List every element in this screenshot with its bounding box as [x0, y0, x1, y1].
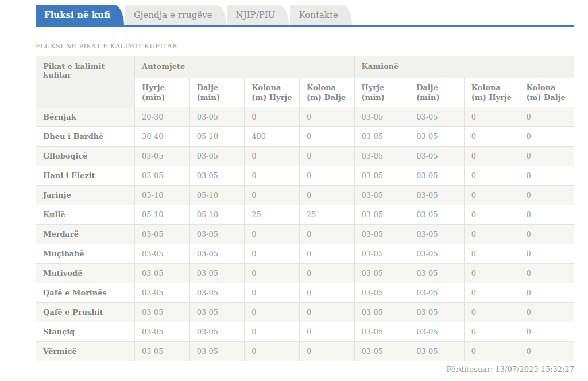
sub-header-auto-kolona-dalje: Kolona (m) Dalje [299, 78, 354, 107]
cell-auto-kolona-dalje: 0 [299, 303, 354, 322]
tab-kontakte[interactable]: Kontakte [290, 5, 351, 25]
cell-auto-hyrje: 05-10 [135, 205, 190, 225]
cell-auto-dalje: 03-05 [189, 303, 245, 322]
crossing-point-name: Muçibabë [36, 244, 135, 264]
table-row: Stançiq 03-05 03-05 0 0 03-05 03-05 0 0 [36, 322, 574, 342]
cell-kamion-kolona-dalje: 0 [519, 186, 574, 205]
cell-kamion-hyrje: 03-05 [354, 244, 409, 264]
crossing-point-name: Qafë e Prushit [36, 303, 135, 322]
table-row: Mutivodë 03-05 03-05 0 0 03-05 03-05 0 0 [36, 264, 574, 283]
cell-kamion-dalje: 03-05 [409, 166, 465, 186]
cell-kamion-hyrje: 03-05 [354, 147, 409, 166]
cell-kamion-kolona-dalje: 0 [519, 205, 574, 225]
sub-header-auto-kolona-hyrje: Kolona (m) Hyrje [245, 78, 300, 107]
cell-kamion-dalje: 03-05 [409, 225, 465, 244]
column-header-crossing-points: Pikat e kalimit kufitar [36, 56, 135, 107]
cell-auto-kolona-hyrje: 0 [245, 225, 300, 244]
cell-auto-hyrje: 20-30 [135, 107, 190, 127]
cell-auto-dalje: 05-10 [189, 186, 245, 205]
cell-kamion-kolona-dalje: 0 [519, 244, 574, 264]
table-row: Merdarë 03-05 03-05 0 0 03-05 03-05 0 0 [36, 225, 574, 244]
cell-auto-kolona-dalje: 0 [299, 186, 354, 205]
sub-header-auto-hyrje-min: Hyrje (min) [135, 78, 190, 107]
cell-auto-kolona-dalje: 25 [299, 205, 354, 225]
crossing-point-name: Merdarë [36, 225, 135, 244]
cell-auto-hyrje: 03-05 [135, 147, 190, 166]
cell-kamion-hyrje: 03-05 [354, 303, 409, 322]
cell-auto-dalje: 03-05 [189, 342, 245, 361]
cell-auto-kolona-hyrje: 0 [245, 264, 300, 283]
cell-kamion-hyrje: 03-05 [354, 186, 409, 205]
table-body: Bërnjak 20-30 03-05 0 0 03-05 03-05 0 0 … [36, 107, 574, 361]
cell-auto-hyrje: 03-05 [135, 244, 190, 264]
page-title: FLUKSI NË PIKAT E KALIMIT KUFITAR [36, 42, 574, 50]
cell-kamion-dalje: 03-05 [409, 186, 465, 205]
cell-kamion-hyrje: 03-05 [354, 225, 409, 244]
cell-kamion-hyrje: 03-05 [354, 166, 409, 186]
cell-auto-hyrje: 03-05 [135, 225, 190, 244]
cell-kamion-kolona-hyrje: 0 [464, 225, 519, 244]
crossing-point-name: Glloboqicë [36, 147, 135, 166]
cell-kamion-dalje: 03-05 [409, 147, 465, 166]
tab-njip-piu[interactable]: NJIP/PIU [227, 5, 289, 25]
group-header-automjete: Automjete [135, 56, 355, 78]
cell-auto-hyrje: 05-10 [135, 186, 190, 205]
cell-kamion-kolona-hyrje: 0 [464, 205, 519, 225]
cell-auto-kolona-hyrje: 0 [245, 303, 300, 322]
table-row: Vërmicë 03-05 03-05 0 0 03-05 03-05 0 0 [36, 342, 574, 361]
cell-auto-dalje: 05-10 [189, 127, 245, 147]
cell-auto-kolona-hyrje: 0 [245, 244, 300, 264]
cell-kamion-kolona-hyrje: 0 [464, 186, 519, 205]
cell-auto-hyrje: 30-40 [135, 127, 190, 147]
cell-kamion-dalje: 03-05 [409, 342, 465, 361]
table-row: Hani i Elezit 03-05 03-05 0 0 03-05 03-0… [36, 166, 574, 186]
crossing-point-name: Vërmicë [36, 342, 135, 361]
cell-auto-kolona-dalje: 0 [299, 127, 354, 147]
crossing-point-name: Qafë e Morinës [36, 283, 135, 303]
cell-auto-dalje: 03-05 [189, 147, 245, 166]
cell-auto-hyrje: 03-05 [135, 283, 190, 303]
tab-gjendja-e-rrugeve[interactable]: Gjendja e rrugëve [125, 5, 226, 25]
table-header: Pikat e kalimit kufitar Automjete Kamion… [36, 56, 574, 107]
cell-kamion-dalje: 03-05 [409, 107, 465, 127]
cell-auto-hyrje: 03-05 [135, 342, 190, 361]
cell-kamion-kolona-dalje: 0 [519, 283, 574, 303]
sub-header-kamion-kolona-hyrje: Kolona (m) Hyrje [464, 78, 519, 107]
cell-kamion-kolona-dalje: 0 [519, 166, 574, 186]
cell-auto-kolona-dalje: 0 [299, 225, 354, 244]
cell-auto-dalje: 03-05 [189, 166, 245, 186]
table-row: Qafë e Prushit 03-05 03-05 0 0 03-05 03-… [36, 303, 574, 322]
cell-auto-kolona-hyrje: 400 [245, 127, 300, 147]
cell-kamion-kolona-dalje: 0 [519, 127, 574, 147]
cell-kamion-dalje: 03-05 [409, 283, 465, 303]
cell-kamion-kolona-dalje: 0 [519, 264, 574, 283]
crossing-point-name: Hani i Elezit [36, 166, 135, 186]
cell-auto-dalje: 05-10 [189, 205, 245, 225]
table-row: Muçibabë 03-05 03-05 0 0 03-05 03-05 0 0 [36, 244, 574, 264]
cell-auto-kolona-dalje: 0 [299, 342, 354, 361]
sub-header-kamion-hyrje-min: Hyrje (min) [354, 78, 409, 107]
cell-auto-kolona-dalje: 0 [299, 244, 354, 264]
cell-kamion-kolona-dalje: 0 [519, 342, 574, 361]
cell-auto-hyrje: 03-05 [135, 264, 190, 283]
cell-kamion-dalje: 03-05 [409, 303, 465, 322]
cell-kamion-dalje: 03-05 [409, 205, 465, 225]
cell-auto-kolona-hyrje: 0 [245, 283, 300, 303]
cell-kamion-kolona-dalje: 0 [519, 322, 574, 342]
tab-underline [36, 25, 574, 27]
cell-kamion-hyrje: 03-05 [354, 342, 409, 361]
cell-kamion-kolona-hyrje: 0 [464, 283, 519, 303]
cell-auto-kolona-dalje: 0 [299, 147, 354, 166]
cell-kamion-kolona-dalje: 0 [519, 107, 574, 127]
cell-kamion-hyrje: 03-05 [354, 107, 409, 127]
cell-auto-kolona-hyrje: 0 [245, 147, 300, 166]
cell-auto-kolona-dalje: 0 [299, 322, 354, 342]
cell-kamion-dalje: 03-05 [409, 244, 465, 264]
cell-auto-dalje: 03-05 [189, 107, 245, 127]
tab-fluksi-ne-kufi[interactable]: Fluksi në kufi [36, 5, 124, 25]
cell-auto-kolona-hyrje: 0 [245, 342, 300, 361]
group-header-kamione: Kamionë [354, 56, 574, 78]
cell-kamion-hyrje: 03-05 [354, 205, 409, 225]
cell-kamion-kolona-dalje: 0 [519, 303, 574, 322]
cell-kamion-kolona-hyrje: 0 [464, 264, 519, 283]
